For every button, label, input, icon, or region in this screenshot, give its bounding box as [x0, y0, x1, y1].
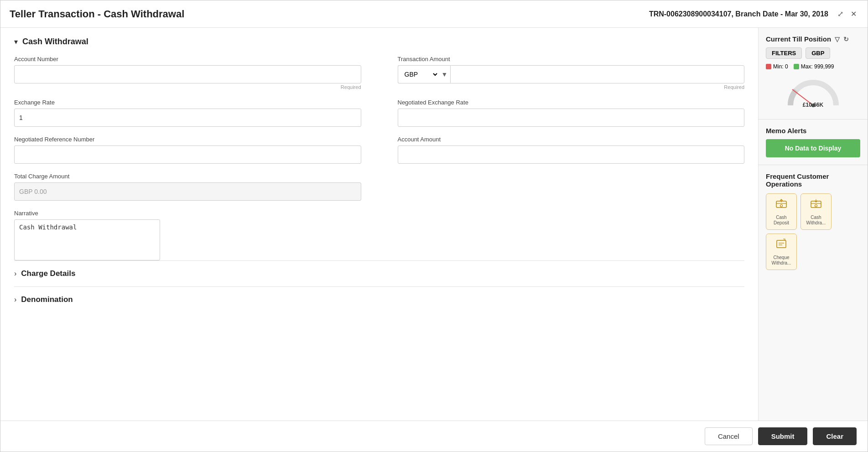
transaction-amount-input[interactable]: [450, 65, 744, 83]
frequent-ops-section: Frequent Customer Operations Cas: [759, 165, 868, 277]
op-card-cash-withdrawal[interactable]: Cash Withdra...: [800, 193, 832, 230]
memo-alerts-title: Memo Alerts: [766, 127, 860, 135]
cash-withdrawal-chevron[interactable]: ▾: [14, 37, 18, 46]
main-content: ▾ Cash Withdrawal Account Number Require…: [0, 28, 758, 421]
svg-rect-8: [777, 240, 786, 248]
refresh-icon[interactable]: ↻: [843, 36, 849, 43]
denomination-header[interactable]: › Denomination: [14, 295, 744, 304]
legend-min: Min: 0: [766, 63, 788, 70]
gauge-container: £10.66K: [766, 73, 860, 110]
cash-withdrawal-icon: [810, 197, 822, 213]
account-number-label: Account Number: [14, 56, 361, 62]
modal-trn: TRN-0062308900034107, Branch Date - Mar …: [649, 10, 828, 18]
clear-button[interactable]: Clear: [813, 427, 857, 445]
transaction-amount-required: Required: [398, 84, 745, 90]
memo-alerts-section: Memo Alerts No Data to Display: [759, 119, 868, 165]
frequent-ops-title: Frequent Customer Operations: [766, 172, 860, 188]
modal-container: Teller Transaction - Cash Withdrawal TRN…: [0, 0, 868, 452]
legend-max: Max: 999,999: [794, 63, 834, 70]
negotiated-exchange-rate-label: Negotiated Exchange Rate: [398, 99, 745, 106]
cash-withdrawal-label: Cash Withdra...: [804, 215, 828, 226]
transaction-amount-group: Transaction Amount GBP ▼ Required: [398, 56, 745, 90]
gbp-button[interactable]: GBP: [806, 47, 830, 59]
cheque-withdrawal-icon: [775, 238, 788, 253]
max-dot: [794, 64, 799, 69]
op-card-cheque-withdrawal[interactable]: Cheque Withdra...: [766, 234, 797, 270]
narrative-group: Narrative Cash Withdrawal: [14, 210, 160, 260]
currency-group: GBP ▼: [398, 65, 745, 83]
cancel-button[interactable]: Cancel: [705, 427, 753, 445]
account-amount-label: Account Amount: [398, 136, 745, 143]
no-data-button: No Data to Display: [766, 139, 860, 157]
transaction-amount-label: Transaction Amount: [398, 56, 745, 62]
exchange-rate-label: Exchange Rate: [14, 99, 361, 106]
exchange-rate-group: Exchange Rate: [14, 99, 361, 127]
currency-select[interactable]: GBP: [398, 65, 439, 83]
cheque-withdrawal-label: Cheque Withdra...: [769, 255, 794, 266]
form-grid: Account Number Required Transaction Amou…: [14, 56, 744, 201]
modal-body: ▾ Cash Withdrawal Account Number Require…: [0, 28, 868, 421]
narrative-textarea[interactable]: Cash Withdrawal: [14, 219, 160, 260]
exchange-rate-input[interactable]: [14, 109, 361, 127]
charge-details-chevron: ›: [14, 270, 16, 278]
negotiated-exchange-rate-input[interactable]: [398, 109, 745, 127]
account-number-group: Account Number Required: [14, 56, 361, 90]
cash-withdrawal-header: ▾ Cash Withdrawal: [14, 37, 744, 47]
denomination-chevron: ›: [14, 296, 16, 304]
legend-row: Min: 0 Max: 999,999: [766, 63, 860, 70]
filter-icon[interactable]: ▽: [835, 36, 840, 43]
cash-withdrawal-title: Cash Withdrawal: [22, 37, 88, 47]
filters-button[interactable]: FILTERS: [766, 47, 802, 59]
min-dot: [766, 64, 771, 69]
expand-button[interactable]: ⤢: [836, 9, 845, 19]
cash-deposit-label: Cash Deposit: [769, 215, 794, 226]
account-amount-group: Account Amount: [398, 136, 745, 164]
denomination-section: › Denomination: [14, 286, 744, 312]
narrative-label: Narrative: [14, 210, 160, 217]
negotiated-reference-label: Negotiated Reference Number: [14, 136, 361, 143]
account-number-input[interactable]: [14, 65, 361, 83]
ops-grid: Cash Deposit Cash Withdra...: [766, 193, 860, 270]
modal-header-icons: ⤢ ✕: [836, 9, 858, 19]
negotiated-reference-group: Negotiated Reference Number: [14, 136, 361, 164]
svg-point-7: [815, 205, 817, 207]
negotiated-exchange-rate-group: Negotiated Exchange Rate: [398, 99, 745, 127]
account-number-required: Required: [14, 84, 361, 90]
charge-details-section: › Charge Details: [14, 260, 744, 286]
negotiated-reference-input[interactable]: [14, 145, 361, 164]
modal-footer: Cancel Submit Clear: [0, 421, 868, 452]
op-card-cash-deposit[interactable]: Cash Deposit: [766, 193, 797, 230]
submit-button[interactable]: Submit: [758, 427, 808, 445]
svg-point-4: [780, 205, 783, 207]
close-button[interactable]: ✕: [849, 9, 858, 19]
modal-title: Teller Transaction - Cash Withdrawal: [10, 8, 184, 20]
account-amount-input[interactable]: [398, 145, 745, 164]
filter-row: FILTERS GBP: [766, 47, 860, 59]
modal-header-right: TRN-0062308900034107, Branch Date - Mar …: [649, 9, 858, 19]
modal-header: Teller Transaction - Cash Withdrawal TRN…: [0, 0, 868, 28]
gauge-value: £10.66K: [803, 102, 823, 108]
right-sidebar: Current Till Position ▽ ↻ FILTERS GBP Mi…: [758, 28, 868, 421]
cash-deposit-icon: [775, 197, 788, 213]
total-charge-input: [14, 182, 361, 201]
total-charge-group: Total Charge Amount: [14, 173, 361, 201]
total-charge-label: Total Charge Amount: [14, 173, 361, 180]
charge-details-header[interactable]: › Charge Details: [14, 269, 744, 278]
till-position-section: Current Till Position ▽ ↻ FILTERS GBP Mi…: [759, 28, 868, 119]
charge-details-title: Charge Details: [21, 269, 75, 278]
denomination-title: Denomination: [21, 295, 73, 304]
till-position-title: Current Till Position ▽ ↻: [766, 35, 860, 43]
